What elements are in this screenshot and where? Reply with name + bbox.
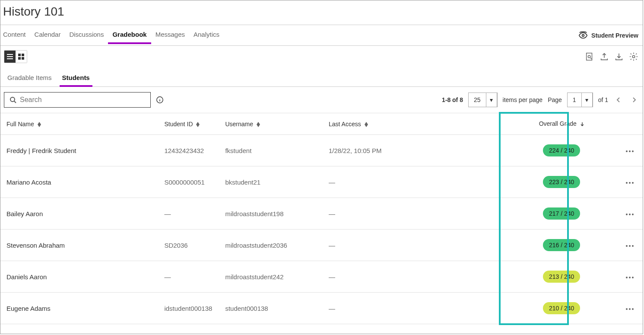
col-full-name-label: Full Name (6, 121, 34, 128)
cell-last-access: — (323, 230, 507, 261)
next-page-button[interactable] (629, 95, 639, 105)
main-tab-bar: ContentCalendarDiscussionsGradebookMessa… (0, 25, 643, 46)
page-select[interactable]: 1 ▾ (567, 93, 593, 107)
cell-name[interactable]: Freddy | Fredrik Student (0, 135, 158, 166)
cell-student-id: idstudent000138 (158, 293, 219, 324)
app-frame: History 101 ContentCalendarDiscussionsGr… (0, 0, 643, 334)
svg-point-30 (629, 277, 631, 278)
row-more-button[interactable] (624, 177, 636, 187)
row-more-button[interactable] (624, 240, 636, 250)
search-icon (10, 96, 16, 103)
chevron-left-icon (615, 96, 622, 103)
cell-name[interactable]: Daniels Aaron (0, 261, 158, 293)
cell-student-id: — (158, 324, 219, 334)
svg-rect-6 (18, 57, 21, 60)
search-input-wrap[interactable] (4, 92, 151, 108)
list-view-button[interactable] (4, 51, 16, 63)
cell-grade[interactable]: 213 / 240 (507, 261, 616, 293)
cell-grade[interactable]: 223 / 240 (507, 166, 616, 198)
cell-username: mildroaststudent2036 (219, 230, 323, 261)
cell-grade[interactable]: 216 / 240 (507, 230, 616, 261)
svg-point-21 (629, 182, 631, 184)
svg-point-9 (588, 55, 590, 58)
svg-rect-4 (18, 54, 21, 56)
table-wrap: Full Name Student ID (0, 113, 643, 334)
cell-actions (616, 135, 643, 166)
col-username-label: Username (225, 121, 253, 128)
cell-grade[interactable]: 101 / 140 (507, 324, 616, 334)
col-student-id-label: Student ID (164, 121, 193, 128)
upload-button[interactable] (599, 51, 610, 62)
cell-name[interactable]: Bailey Aaron (0, 198, 158, 230)
tab-messages[interactable]: Messages (155, 25, 185, 45)
pagination-controls: 1-8 of 8 25 ▾ items per page Page 1 ▾ of… (442, 93, 639, 107)
table-row: Stevenson AbrahamSD2036mildroaststudent2… (0, 230, 643, 261)
cell-grade[interactable]: 217 / 240 (507, 198, 616, 230)
cell-last-access: — (323, 261, 507, 293)
info-icon[interactable] (156, 96, 164, 104)
cell-grade[interactable]: 210 / 240 (507, 293, 616, 324)
cell-username: mildroaststudent21 (219, 324, 323, 334)
cell-student-id: — (158, 198, 219, 230)
more-icon (625, 150, 634, 153)
row-more-button[interactable] (624, 272, 636, 282)
svg-rect-2 (7, 56, 13, 57)
row-more-button[interactable] (624, 146, 636, 156)
toolbar (0, 46, 643, 67)
sub-tab-gradable-items[interactable]: Gradable Items (7, 69, 52, 86)
svg-rect-1 (7, 54, 13, 55)
cell-student-id: — (158, 261, 219, 293)
preview-icon (578, 31, 588, 40)
svg-point-25 (632, 214, 634, 215)
preview-label: Student Preview (591, 32, 638, 39)
col-overall-grade-label: Overall Grade (539, 120, 577, 127)
col-last-access[interactable]: Last Access (323, 113, 507, 135)
view-toggle (4, 50, 27, 63)
content-area: 1-8 of 8 25 ▾ items per page Page 1 ▾ of… (0, 86, 643, 334)
cell-actions (616, 261, 643, 293)
tab-content[interactable]: Content (3, 25, 26, 45)
table-row: Chelsea Adkins—mildroaststudent21—101 / … (0, 324, 643, 334)
search-doc-icon (585, 52, 594, 61)
col-username[interactable]: Username (219, 113, 323, 135)
settings-button[interactable] (628, 51, 639, 62)
student-preview-button[interactable]: Student Preview (578, 31, 643, 40)
search-input[interactable] (20, 96, 145, 104)
col-full-name[interactable]: Full Name (0, 113, 158, 135)
grid-view-button[interactable] (16, 51, 27, 63)
row-more-button[interactable] (624, 303, 636, 313)
page-label: Page (548, 96, 562, 103)
more-icon (625, 308, 634, 310)
gear-icon (629, 52, 638, 61)
svg-point-0 (582, 34, 584, 36)
sort-icon (38, 122, 41, 127)
cell-actions (616, 293, 643, 324)
cell-name[interactable]: Mariano Acosta (0, 166, 158, 198)
cell-actions (616, 324, 643, 334)
download-button[interactable] (613, 51, 625, 62)
download-icon (614, 52, 624, 61)
cell-grade[interactable]: 224 / 240 (507, 135, 616, 166)
prev-page-button[interactable] (613, 95, 624, 105)
tab-gradebook[interactable]: Gradebook (112, 25, 146, 45)
svg-line-13 (14, 101, 16, 103)
col-overall-grade[interactable]: Overall Grade (507, 113, 616, 135)
sub-tab-students[interactable]: Students (62, 69, 90, 86)
cell-name[interactable]: Stevenson Abraham (0, 230, 158, 261)
tab-discussions[interactable]: Discussions (69, 25, 104, 45)
row-more-button[interactable] (624, 209, 636, 219)
svg-point-19 (632, 150, 634, 152)
svg-point-27 (629, 245, 631, 247)
cell-name[interactable]: Chelsea Adkins (0, 324, 158, 334)
per-page-select[interactable]: 25 ▾ (468, 93, 498, 107)
tab-calendar[interactable]: Calendar (35, 25, 61, 45)
search-records-button[interactable] (584, 51, 595, 62)
cell-name[interactable]: Eugene Adams (0, 293, 158, 324)
cell-student-id: S0000000051 (158, 166, 219, 198)
per-page-label: items per page (503, 96, 543, 103)
tab-analytics[interactable]: Analytics (194, 25, 219, 45)
grade-pill: 216 / 240 (543, 239, 580, 251)
total-pages: of 1 (598, 96, 608, 103)
svg-rect-3 (7, 58, 13, 59)
col-student-id[interactable]: Student ID (158, 113, 219, 135)
